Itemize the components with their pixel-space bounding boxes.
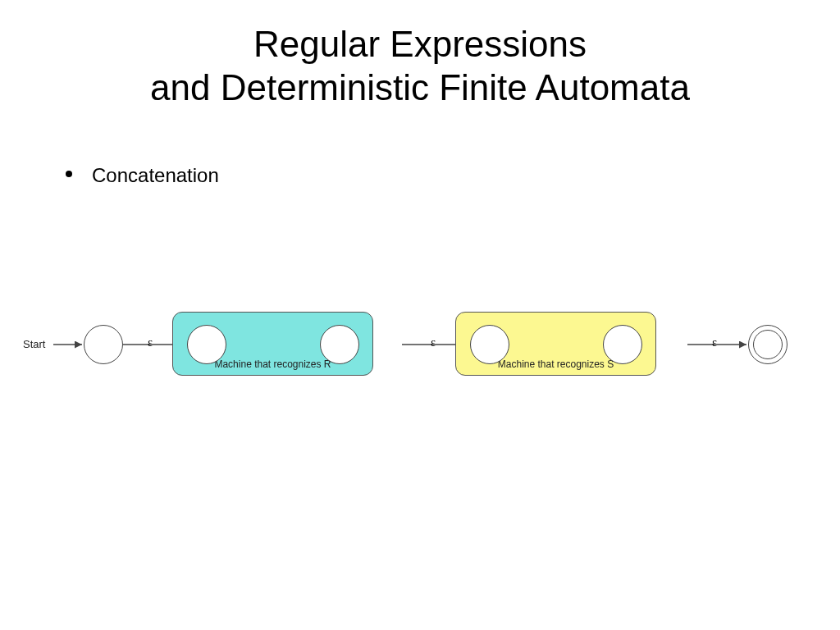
state-r-in [187,325,226,364]
epsilon-label-3: ε [712,336,717,349]
epsilon-label-1: ε [148,336,153,349]
bullet-list: Concatenation [66,164,219,187]
bullet-dot-icon [66,171,72,177]
bullet-item: Concatenation [66,164,219,187]
diagram-arrows [41,304,812,402]
epsilon-label-2: ε [431,336,436,349]
title-line-1: Regular Expressions [253,24,587,64]
state-start [84,325,123,364]
state-final [748,325,788,364]
slide: Regular Expressions and Deterministic Fi… [0,0,840,630]
page-title: Regular Expressions and Deterministic Fi… [0,0,840,110]
bullet-text: Concatenation [92,164,219,187]
state-final-inner [753,330,783,359]
concatenation-diagram: Start Machine that recognizes R Machine … [41,304,812,402]
state-s-in [470,325,509,364]
state-r-out [320,325,359,364]
state-s-out [603,325,642,364]
title-line-2: and Deterministic Finite Automata [150,67,690,107]
